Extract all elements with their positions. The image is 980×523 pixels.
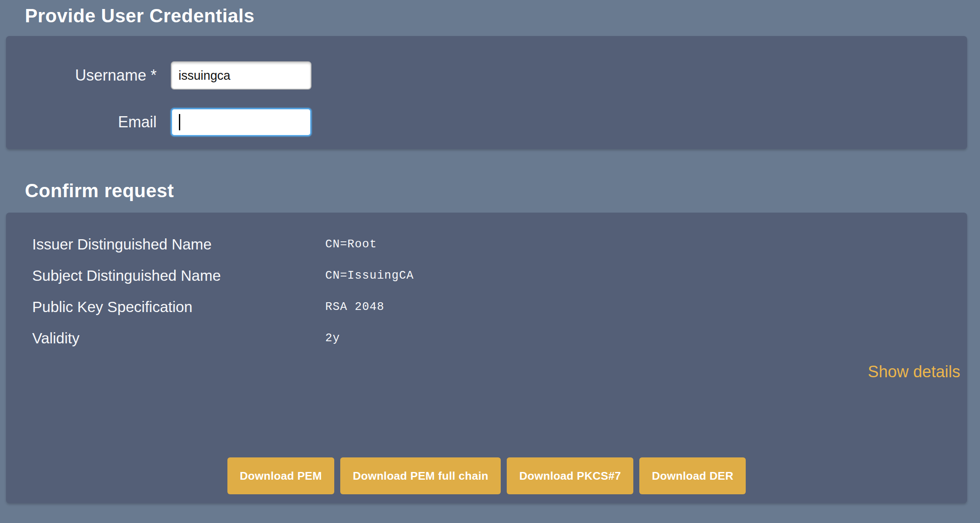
confirm-section-title: Confirm request — [25, 180, 980, 201]
issuer-dn-value: CN=Root — [325, 238, 377, 251]
download-der-button[interactable]: Download DER — [639, 457, 746, 494]
email-input-wrap — [171, 108, 312, 136]
credentials-section-title: Provide User Credentials — [25, 0, 980, 27]
detail-rows: Issuer Distinguished Name CN=Root Subjec… — [6, 213, 967, 361]
email-input[interactable] — [171, 108, 312, 136]
detail-row-issuer-dn: Issuer Distinguished Name CN=Root — [32, 236, 960, 253]
show-details-link[interactable]: Show details — [868, 363, 960, 381]
username-input-wrap — [171, 61, 312, 90]
public-key-spec-label: Public Key Specification — [32, 298, 325, 316]
detail-row-validity: Validity 2y — [32, 330, 960, 347]
text-caret — [179, 114, 180, 130]
issuer-dn-label: Issuer Distinguished Name — [32, 236, 325, 253]
validity-label: Validity — [32, 330, 325, 347]
download-pkcs7-button[interactable]: Download PKCS#7 — [507, 457, 633, 494]
subject-dn-label: Subject Distinguished Name — [32, 267, 325, 284]
download-button-row: Download PEM Download PEM full chain Dow… — [6, 457, 967, 503]
download-pem-button[interactable]: Download PEM — [227, 457, 334, 494]
download-pem-full-chain-button[interactable]: Download PEM full chain — [340, 457, 501, 494]
username-row: Username * — [6, 61, 967, 90]
validity-value: 2y — [325, 332, 340, 345]
email-label: Email — [6, 113, 157, 131]
public-key-spec-value: RSA 2048 — [325, 301, 384, 313]
show-details-row: Show details — [6, 361, 967, 381]
detail-row-public-key-spec: Public Key Specification RSA 2048 — [32, 298, 960, 316]
username-label: Username * — [6, 66, 157, 84]
detail-row-subject-dn: Subject Distinguished Name CN=IssuingCA — [32, 267, 960, 284]
subject-dn-value: CN=IssuingCA — [325, 269, 414, 282]
confirm-panel: Issuer Distinguished Name CN=Root Subjec… — [6, 213, 967, 503]
credentials-panel: Username * Email — [6, 36, 967, 149]
username-input[interactable] — [171, 61, 312, 90]
email-row: Email — [6, 108, 967, 136]
